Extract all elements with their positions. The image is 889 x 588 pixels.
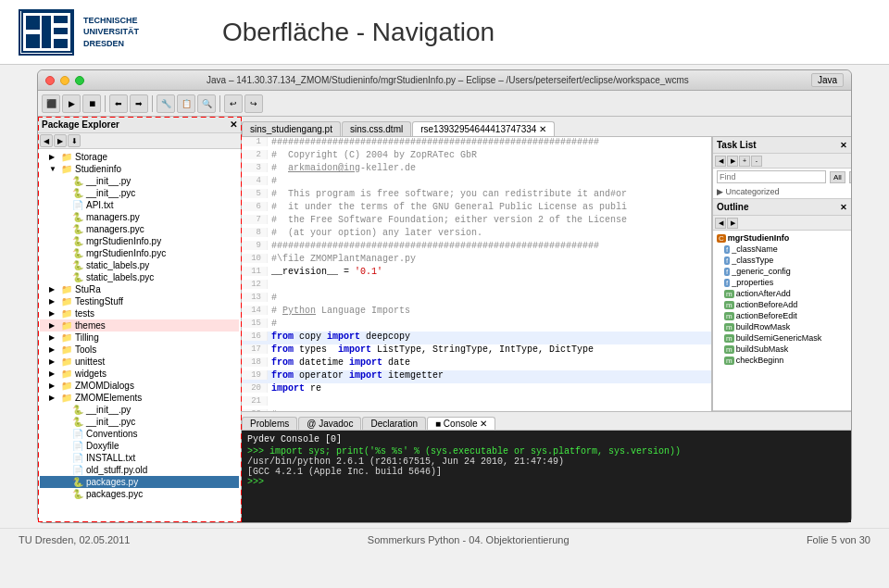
pe-toolbar-btn-1[interactable]: ◀	[40, 134, 53, 147]
toolbar-btn-2[interactable]: ▶	[62, 94, 81, 113]
toolbar-separator-2	[152, 95, 153, 112]
tree-item-zmomelements[interactable]: ▶ 📁 ZMOMElements	[40, 392, 239, 404]
tree-item-init2-pyc[interactable]: 🐍 __init__.pyc	[40, 416, 239, 428]
tree-item-packages-pyc[interactable]: 🐍 packages.pyc	[40, 488, 239, 500]
tl-toolbar-btn-1[interactable]: ◀	[715, 156, 726, 167]
tree-item-themes[interactable]: ▶ 📁 themes	[40, 319, 239, 332]
folder-icon: 📁	[61, 393, 72, 403]
outline-item-properties[interactable]: f _properties	[715, 277, 849, 288]
tab-problems[interactable]: Problems	[242, 417, 297, 430]
editor-tab-sins-css[interactable]: sins.css.dtml	[342, 121, 411, 136]
uncategorized-label: ▶ Uncategorized	[713, 185, 851, 198]
tree-item-static-labels-py[interactable]: 🐍 static_labels.py	[40, 259, 239, 271]
package-explorer-close[interactable]: ✕	[230, 119, 237, 130]
code-line-19: 19 from operator import itemgetter	[242, 370, 711, 383]
outline-item-actionbeforeedit[interactable]: m actionBeforeEdit	[715, 310, 849, 321]
tab-declaration[interactable]: Declaration	[362, 417, 426, 430]
folder-icon: 📁	[61, 320, 72, 331]
tree-item-mgrstudieninfo-pyc[interactable]: 🐍 mgrStudienInfo.pyc	[40, 247, 239, 259]
footer-right: Folie 5 von 30	[807, 534, 870, 545]
tree-arrow: ▶	[49, 285, 58, 294]
code-line-2: 2 # Copyright (C) 2004 by ZopRATec GbR	[242, 150, 711, 163]
tree-item-old-stuff[interactable]: 📄 old_stuff.py.old	[40, 464, 239, 476]
task-list-find-input[interactable]	[717, 170, 826, 183]
tree-item-tests[interactable]: ▶ 📁 tests	[40, 307, 239, 319]
tree-item-static-labels-pyc[interactable]: 🐍 static_labels.pyc	[40, 271, 239, 283]
tree-item-conventions[interactable]: 📄 Conventions	[40, 428, 239, 440]
task-list-close[interactable]: ✕	[840, 141, 847, 150]
task-activate-button[interactable]: Activate...	[849, 171, 851, 183]
maximize-button[interactable]	[75, 76, 84, 85]
tree-item-unittest[interactable]: ▶ 📁 unittest	[40, 356, 239, 368]
outline-item-classname[interactable]: f _className	[715, 244, 849, 255]
outline-item-mgrstudieninfo[interactable]: C mgrStudienInfo	[715, 232, 849, 244]
outline-item-actionafteradd[interactable]: m actionAfterAdd	[715, 288, 849, 299]
toolbar-btn-1[interactable]: ⬛	[42, 94, 60, 113]
field-icon: f	[724, 256, 730, 265]
outline-item-generic-config[interactable]: f _generic_config	[715, 266, 849, 277]
tree-label: static_labels.py	[86, 260, 149, 270]
toolbar-btn-4[interactable]: ⬅	[109, 94, 128, 113]
task-all-button[interactable]: All	[830, 171, 845, 183]
field-icon: f	[724, 245, 730, 254]
tree-item-packages-py[interactable]: 🐍 packages.py	[40, 476, 239, 488]
tree-item-api-txt[interactable]: 📄 API.txt	[40, 199, 239, 211]
text-file-icon: 📄	[72, 200, 83, 210]
toolbar-btn-6[interactable]: 🔧	[157, 94, 175, 113]
toolbar-btn-9[interactable]: ↩	[224, 94, 243, 113]
code-editor[interactable]: 1 ######################################…	[242, 137, 712, 411]
toolbar-btn-5[interactable]: ➡	[130, 94, 148, 113]
minimize-button[interactable]	[60, 76, 69, 85]
toolbar-btn-8[interactable]: 🔍	[197, 94, 216, 113]
tree-item-init2-py[interactable]: 🐍 __init__.py	[40, 404, 239, 416]
toolbar-btn-3[interactable]: ⏹	[82, 94, 101, 113]
folder-icon: 📁	[61, 332, 72, 343]
tree-item-tilling[interactable]: ▶ 📁 Tilling	[40, 332, 239, 344]
tree-item-widgets[interactable]: ▶ 📁 widgets	[40, 368, 239, 380]
outline-item-checkbeginn[interactable]: m checkBeginn	[715, 355, 849, 366]
editor-tab-rse[interactable]: rse13932954644413747334 ✕	[412, 121, 555, 136]
tree-item-storage[interactable]: ▶ 📁 Storage	[40, 151, 239, 163]
pe-toolbar-btn-2[interactable]: ▶	[54, 134, 67, 147]
tree-item-studieninfo[interactable]: ▼ 📁 Studieninfo	[40, 163, 239, 175]
editor-tab-sins-studiengang[interactable]: sins_studiengang.pt	[242, 121, 341, 136]
tree-item-tools[interactable]: ▶ 📁 Tools	[40, 344, 239, 356]
tree-label: tests	[75, 308, 94, 319]
toolbar-btn-7[interactable]: 📋	[177, 94, 195, 113]
toolbar-separator-1	[105, 95, 106, 112]
outline-item-buildsemigenericmask[interactable]: m buildSemiGenericMask	[715, 332, 849, 344]
tree-item-init-py[interactable]: 🐍 __init__.py	[40, 175, 239, 187]
tree-item-zmomdialogs[interactable]: ▶ 📁 ZMOMDialogs	[40, 380, 239, 392]
field-icon: f	[724, 268, 730, 276]
tree-item-install-txt[interactable]: 📄 INSTALL.txt	[40, 452, 239, 464]
pe-toolbar-btn-3[interactable]: ⬇	[68, 134, 81, 147]
tree-item-testingstuff[interactable]: ▶ 📁 TestingStuff	[40, 295, 239, 307]
outline-item-buildrowmask[interactable]: m buildRowMask	[715, 321, 849, 332]
tree-item-managers-pyc[interactable]: 🐍 managers.pyc	[40, 223, 239, 235]
outline-item-buildsubmask[interactable]: m buildSubMask	[715, 344, 849, 355]
text-file-icon: 📄	[72, 441, 83, 451]
toolbar-btn-10[interactable]: ↪	[244, 94, 263, 113]
method-icon: m	[724, 301, 734, 309]
tree-item-init-pyc[interactable]: 🐍 __init__.pyc	[40, 187, 239, 199]
tl-toolbar-btn-3[interactable]: +	[739, 156, 750, 167]
tab-console[interactable]: ■ Console ✕	[427, 417, 495, 430]
outline-item-classtype[interactable]: f _classType	[715, 255, 849, 266]
outline-item-actionbeforeadd[interactable]: m actionBeforeAdd	[715, 299, 849, 310]
outline-toolbar-btn-1[interactable]: ◀	[715, 218, 726, 229]
tree-item-doxyfile[interactable]: 📄 Doxyfile	[40, 440, 239, 452]
header: TECHNISCHE UNIVERSITÄT DRESDEN Oberfläch…	[0, 0, 889, 65]
tree-item-mgrstudieninfo-py[interactable]: 🐍 mgrStudienInfo.py	[40, 235, 239, 247]
code-line-5: 5 # This program is free software; you c…	[242, 189, 711, 202]
tree-label: Storage	[75, 152, 107, 162]
tree-item-managers-py[interactable]: 🐍 managers.py	[40, 211, 239, 223]
close-button[interactable]	[45, 76, 55, 85]
tree-item-stura[interactable]: ▶ 📁 StuRa	[40, 283, 239, 295]
tab-javadoc[interactable]: @ Javadoc	[298, 417, 361, 430]
tl-toolbar-btn-2[interactable]: ▶	[727, 156, 738, 167]
tree-label: Conventions	[86, 429, 138, 439]
code-line-10: 10 #\file ZMOMPlantManager.py	[242, 254, 711, 267]
tl-toolbar-btn-4[interactable]: -	[751, 156, 762, 167]
outline-toolbar-btn-2[interactable]: ▶	[727, 218, 738, 229]
outline-close[interactable]: ✕	[840, 203, 847, 212]
